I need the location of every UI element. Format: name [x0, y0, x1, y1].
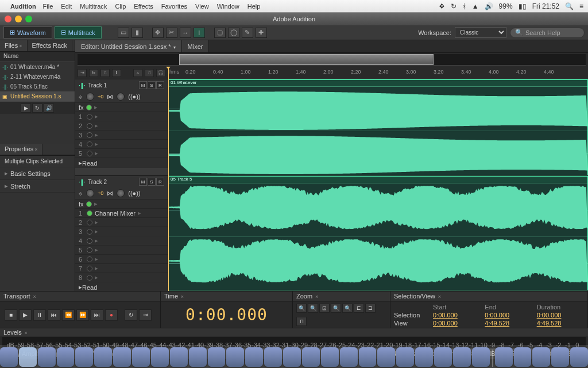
close-icon[interactable]: ×: [19, 43, 22, 49]
properties-tab[interactable]: Properties×: [0, 144, 42, 155]
menu-edit[interactable]: Edit: [61, 3, 72, 10]
slot-power-button[interactable]: [87, 275, 92, 281]
window-close-button[interactable]: [5, 16, 11, 22]
file-row[interactable]: 01 Whatever.m4a *: [0, 62, 75, 72]
go-end-button[interactable]: ⏭: [91, 309, 103, 321]
sends-icon[interactable]: ⎍: [100, 69, 110, 77]
audio-clip[interactable]: 01 Whatever: [168, 79, 588, 175]
dock-app[interactable]: [75, 347, 93, 367]
slot-power-button[interactable]: [87, 132, 92, 138]
view-start[interactable]: 0:00.000: [433, 320, 480, 327]
razor-tool-button[interactable]: ✂: [166, 28, 177, 38]
slot-power-button[interactable]: [87, 123, 92, 129]
battery-label[interactable]: 99%: [499, 2, 513, 10]
dock-app[interactable]: [189, 347, 207, 367]
window-minimize-button[interactable]: [15, 16, 22, 22]
close-icon[interactable]: ×: [34, 147, 37, 152]
menu-help[interactable]: Help: [247, 3, 261, 10]
lasso-tool-button[interactable]: ◯: [228, 28, 239, 38]
fx-icon[interactable]: fx: [89, 69, 98, 77]
forward-button[interactable]: ⏩: [76, 309, 89, 321]
dock-app[interactable]: [514, 347, 532, 367]
menu-window[interactable]: Window: [217, 3, 239, 10]
time-ruler[interactable]: hms0:200:401:001:201:402:002:202:403:003…: [168, 67, 588, 79]
stop-button[interactable]: ■: [5, 309, 17, 321]
dock-app[interactable]: [340, 347, 358, 367]
volume-value[interactable]: +0: [98, 94, 103, 99]
dropbox-icon[interactable]: ❖: [439, 2, 445, 10]
dock-app[interactable]: [377, 347, 395, 367]
effect-name[interactable]: Channel Mixer: [95, 210, 136, 217]
volume-icon[interactable]: 🔊: [485, 2, 493, 10]
effects-rack-tab[interactable]: Effects Rack: [28, 40, 73, 51]
dock-app[interactable]: [453, 347, 471, 367]
dock-app[interactable]: [302, 347, 320, 367]
solo-button[interactable]: S: [148, 178, 156, 186]
pan-knob[interactable]: [117, 189, 125, 197]
file-row[interactable]: 05 Track 5.flac: [0, 82, 75, 91]
marquee-tool-button[interactable]: ▢: [214, 28, 226, 38]
selection-end[interactable]: 0:00.000: [485, 312, 532, 319]
dock-app[interactable]: [321, 347, 339, 367]
menu-clip[interactable]: Clip: [115, 3, 126, 10]
fx-power-button[interactable]: [86, 201, 92, 207]
bluetooth-icon[interactable]: ᚼ: [462, 2, 466, 10]
clock[interactable]: Fri 21:52: [532, 2, 559, 10]
dock-app[interactable]: [151, 347, 169, 367]
zoom-to-sel-button[interactable]: ⊓: [296, 317, 307, 326]
dock-app[interactable]: [434, 347, 452, 367]
inputs-icon[interactable]: ⇥: [78, 69, 87, 77]
metronome-button[interactable]: ▵: [133, 69, 142, 77]
menu-multitrack[interactable]: Multitrack: [80, 3, 107, 10]
rewind-button[interactable]: ⏪: [62, 309, 75, 321]
play-button[interactable]: ▶: [19, 309, 32, 321]
dock-app[interactable]: [170, 347, 188, 367]
slot-power-button[interactable]: [87, 114, 92, 120]
editor-tab[interactable]: Editor: Untitled Session 1.sesx *: [75, 40, 182, 52]
track-color-icon[interactable]: ·‖·: [79, 82, 86, 89]
snap-button[interactable]: ⎍: [145, 69, 154, 77]
dock-app[interactable]: [113, 347, 131, 367]
dock-app[interactable]: [283, 347, 301, 367]
record-button[interactable]: ●: [105, 309, 118, 321]
slot-power-button[interactable]: [87, 210, 92, 216]
hud-toggle-button[interactable]: ▭: [118, 28, 129, 38]
move-tool-button[interactable]: ✥: [152, 28, 164, 38]
automation-mode[interactable]: Read: [82, 284, 97, 291]
zoom-sel-out-button[interactable]: ⊐: [365, 304, 376, 313]
dock-app[interactable]: [208, 347, 226, 367]
headphone-button[interactable]: 🎧: [156, 69, 165, 77]
basic-settings-row[interactable]: Basic Settings: [0, 167, 75, 180]
volume-knob[interactable]: [86, 189, 94, 197]
overview-bar[interactable]: [78, 54, 586, 66]
zoom-sel-in-button[interactable]: ⊏: [354, 304, 364, 313]
dock-app[interactable]: [551, 347, 569, 367]
menu-view[interactable]: View: [195, 3, 209, 10]
preview-autoplay-button[interactable]: 🔊: [44, 103, 54, 113]
dock-app[interactable]: [532, 347, 550, 367]
spotlight-icon[interactable]: 🔍: [565, 2, 574, 10]
fx-power-button[interactable]: [86, 105, 92, 110]
search-help-input[interactable]: 🔍Search Help: [510, 28, 585, 38]
record-button[interactable]: R: [156, 178, 164, 186]
dock-app[interactable]: [94, 347, 112, 367]
slot-power-button[interactable]: [87, 266, 92, 271]
slot-power-button[interactable]: [87, 220, 92, 225]
record-button[interactable]: R: [156, 81, 164, 89]
zoom-out-h-button[interactable]: 🔍: [308, 304, 318, 313]
mute-button[interactable]: M: [139, 81, 147, 89]
spectral-toggle-button[interactable]: ▮: [131, 28, 143, 38]
preview-play-button[interactable]: ▶: [21, 103, 31, 113]
playhead[interactable]: [168, 67, 169, 291]
menu-favorites[interactable]: Favorites: [161, 3, 187, 10]
eq-icon[interactable]: ⫿: [112, 69, 121, 77]
mixer-tab[interactable]: Mixer: [182, 40, 210, 52]
dock-app[interactable]: [472, 347, 490, 367]
dock-app[interactable]: [415, 347, 433, 367]
time-select-tool-button[interactable]: I: [194, 28, 205, 38]
slot-power-button[interactable]: [87, 229, 92, 235]
preview-loop-button[interactable]: ↻: [32, 103, 42, 113]
selection-duration[interactable]: 0:00.000: [537, 312, 584, 319]
view-end[interactable]: 4:49.528: [485, 320, 532, 327]
dock-app[interactable]: [57, 347, 75, 367]
